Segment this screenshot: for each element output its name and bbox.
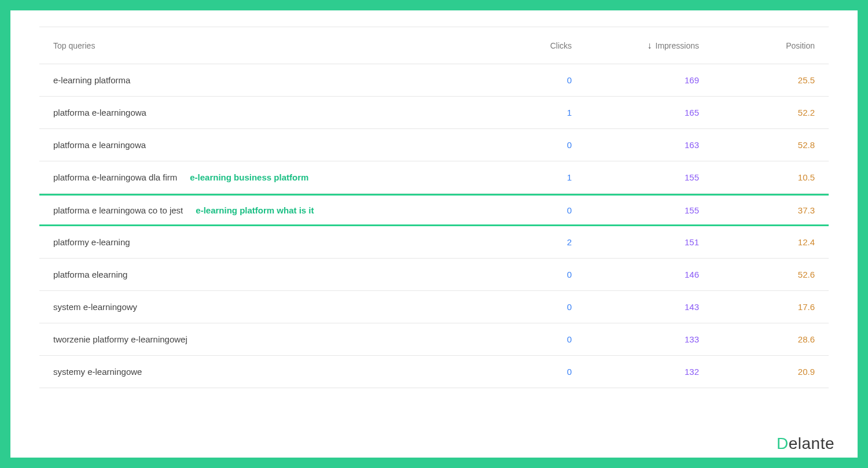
query-cell: platforma e learningowa co to jeste-lear… <box>53 205 485 215</box>
header-impressions[interactable]: ↓ Impressions <box>572 40 699 51</box>
brand-d: D <box>777 434 789 452</box>
clicks-cell: 0 <box>485 140 572 150</box>
query-annotation: e-learning platform what is it <box>196 205 314 215</box>
query-text[interactable]: platforma e learningowa co to jest <box>53 205 183 215</box>
clicks-cell: 0 <box>485 270 572 279</box>
impressions-cell: 143 <box>572 302 699 312</box>
query-cell: platformy e-learning <box>53 237 485 247</box>
query-cell: tworzenie platformy e-learningowej <box>53 334 485 344</box>
clicks-cell: 1 <box>485 172 572 182</box>
impressions-cell: 169 <box>572 75 699 85</box>
table-row[interactable]: systemy e-learningowe013220.9 <box>39 356 829 388</box>
query-annotation: e-learning business platform <box>190 172 308 182</box>
query-cell: systemy e-learningowe <box>53 367 485 377</box>
header-position-label: Position <box>786 41 815 50</box>
position-cell: 17.6 <box>699 302 815 312</box>
impressions-cell: 165 <box>572 108 699 117</box>
position-cell: 20.9 <box>699 367 815 377</box>
position-cell: 28.6 <box>699 334 815 344</box>
table-row[interactable]: platforma e learningowa016352.8 <box>39 129 829 161</box>
query-text[interactable]: platforma e-learningowa <box>53 108 146 117</box>
query-text[interactable]: system e-learningowy <box>53 302 137 312</box>
query-text[interactable]: systemy e-learningowe <box>53 367 142 377</box>
clicks-cell: 0 <box>485 367 572 377</box>
impressions-cell: 151 <box>572 237 699 247</box>
query-text[interactable]: platforma e learningowa <box>53 140 146 150</box>
query-cell: platforma e-learningowa <box>53 108 485 117</box>
queries-table: Top queries Clicks ↓ Impressions Positio… <box>39 27 829 388</box>
table-row[interactable]: e-learning platforma016925.5 <box>39 64 829 97</box>
clicks-cell: 0 <box>485 334 572 344</box>
table-row[interactable]: platforma e-learningowa116552.2 <box>39 97 829 129</box>
clicks-cell: 2 <box>485 237 572 247</box>
header-top-queries[interactable]: Top queries <box>53 41 485 50</box>
position-cell: 12.4 <box>699 237 815 247</box>
header-clicks[interactable]: Clicks <box>485 41 572 50</box>
brand-rest: elante <box>789 434 834 452</box>
table-row[interactable]: system e-learningowy014317.6 <box>39 291 829 323</box>
sort-desc-icon: ↓ <box>648 40 652 51</box>
query-text[interactable]: platformy e-learning <box>53 237 130 247</box>
table-row[interactable]: platforma elearning014652.6 <box>39 259 829 291</box>
query-cell: platforma e learningowa <box>53 140 485 150</box>
position-cell: 52.8 <box>699 140 815 150</box>
impressions-cell: 132 <box>572 367 699 377</box>
header-position[interactable]: Position <box>699 41 815 50</box>
position-cell: 52.6 <box>699 270 815 279</box>
position-cell: 10.5 <box>699 172 815 182</box>
impressions-cell: 146 <box>572 270 699 279</box>
table-header-row: Top queries Clicks ↓ Impressions Positio… <box>39 27 829 64</box>
clicks-cell: 1 <box>485 108 572 117</box>
clicks-cell: 0 <box>485 302 572 312</box>
header-query-label: Top queries <box>53 41 95 50</box>
table-row[interactable]: platformy e-learning215112.4 <box>39 226 829 259</box>
table-row[interactable]: tworzenie platformy e-learningowej013328… <box>39 323 829 356</box>
report-frame: Top queries Clicks ↓ Impressions Positio… <box>0 0 868 468</box>
query-cell: platforma e-learningowa dla firme-learni… <box>53 172 485 182</box>
query-text[interactable]: platforma e-learningowa dla firm <box>53 172 177 182</box>
query-text[interactable]: e-learning platforma <box>53 75 130 85</box>
query-text[interactable]: tworzenie platformy e-learningowej <box>53 334 187 344</box>
position-cell: 37.3 <box>699 205 815 215</box>
brand-logo: Delante <box>777 434 834 453</box>
clicks-cell: 0 <box>485 205 572 215</box>
query-cell: system e-learningowy <box>53 302 485 312</box>
header-impressions-label: Impressions <box>656 41 699 50</box>
table-row[interactable]: platforma e learningowa co to jeste-lear… <box>39 194 829 226</box>
impressions-cell: 155 <box>572 172 699 182</box>
header-clicks-label: Clicks <box>550 41 572 50</box>
impressions-cell: 163 <box>572 140 699 150</box>
clicks-cell: 0 <box>485 75 572 85</box>
table-row[interactable]: platforma e-learningowa dla firme-learni… <box>39 161 829 194</box>
query-cell: platforma elearning <box>53 270 485 279</box>
query-cell: e-learning platforma <box>53 75 485 85</box>
impressions-cell: 133 <box>572 334 699 344</box>
position-cell: 25.5 <box>699 75 815 85</box>
impressions-cell: 155 <box>572 205 699 215</box>
position-cell: 52.2 <box>699 108 815 117</box>
query-text[interactable]: platforma elearning <box>53 270 127 279</box>
